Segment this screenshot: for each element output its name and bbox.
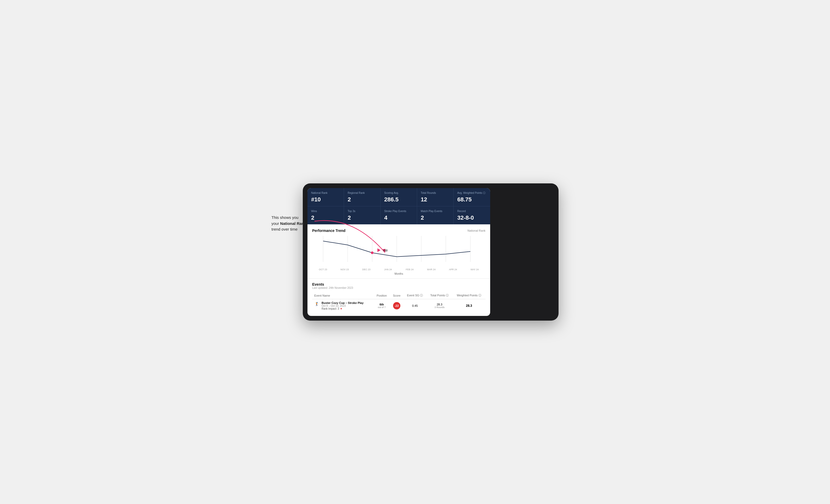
event-name-cell: 🏌 Buster Cozy Cup – Stroke Play Oct 9 – … xyxy=(312,299,374,312)
perf-title: Performance Trend xyxy=(312,229,346,233)
total-points-cell: 28.3 3 Rounds xyxy=(426,299,453,312)
x-label-5: MAR 24 xyxy=(420,268,442,271)
x-label-4: FEB 24 xyxy=(399,268,420,271)
rank-impact-arrow: ▼ xyxy=(340,307,343,310)
rank-impact: Rank Impact: 3 ▼ xyxy=(322,307,363,310)
col-event-name: Event Name xyxy=(312,292,374,299)
chart-x-labels: OCT 23 NOV 23 DEC 23 JAN 24 FEB 24 MAR 2… xyxy=(312,267,485,271)
svg-marker-9 xyxy=(377,248,381,252)
weighted-points-cell: 28.3 xyxy=(453,299,485,312)
events-title: Events xyxy=(312,282,485,287)
x-axis-title: Months xyxy=(312,272,485,275)
col-position: Position xyxy=(374,292,390,299)
stat-record: Record 32-8-0 xyxy=(454,206,490,224)
event-date: Oct 9 – Oct 10, 2023 xyxy=(322,304,363,307)
x-label-2: DEC 23 xyxy=(355,268,377,271)
score-badge: -22 xyxy=(393,302,401,309)
events-section: Events Last updated: 24th November 2023 … xyxy=(308,279,490,316)
col-event-sg: Event SG ⓘ xyxy=(404,292,427,299)
position-main: 6th xyxy=(376,303,388,306)
tablet-device: National Rank #10 Regional Rank 2 Scorin… xyxy=(303,183,558,321)
x-label-3: JAN 24 xyxy=(377,268,399,271)
stat-stroke-play: Stroke Play Events 4 xyxy=(381,206,417,224)
event-icon: 🏌 xyxy=(314,301,319,306)
perf-subtitle: National Rank xyxy=(468,229,485,232)
stat-avg-weighted: Avg. Weighted Points ⓘ 68.75 xyxy=(454,188,490,206)
table-row: 🏌 Buster Cozy Cup – Stroke Play Oct 9 – … xyxy=(312,299,485,312)
event-sg-cell: 0.45 xyxy=(404,299,427,312)
events-table-head: Event Name Position Score Event SG ⓘ xyxy=(312,292,485,299)
svg-point-8 xyxy=(371,251,374,254)
stat-match-play: Match Play Events 2 xyxy=(417,206,454,224)
x-label-1: NOV 23 xyxy=(334,268,355,271)
stat-top3s: Top 3s 2 xyxy=(344,206,381,224)
stats-row-2: Wins 2 Top 3s 2 Stroke Play Events 4 Mat… xyxy=(308,206,490,224)
total-points-sub: 3 Rounds xyxy=(428,306,450,309)
annotation-text: This shows you your National Rank trend … xyxy=(272,215,306,232)
tablet-screen: National Rank #10 Regional Rank 2 Scorin… xyxy=(308,188,490,316)
stat-regional-rank: Regional Rank 2 xyxy=(344,188,381,206)
stat-total-rounds: Total Rounds 12 xyxy=(417,188,454,206)
svg-text:#10: #10 xyxy=(383,249,388,252)
performance-section: Performance Trend National Rank xyxy=(308,224,490,279)
col-weighted-points: Weighted Points ⓘ xyxy=(453,292,485,299)
x-label-6: APR 24 xyxy=(442,268,464,271)
x-label-0: OCT 23 xyxy=(312,268,334,271)
chart-area: #10 xyxy=(312,236,485,267)
stat-scoring-avg: Scoring Avg. 286.5 xyxy=(381,188,417,206)
perf-header: Performance Trend National Rank xyxy=(312,229,485,233)
stat-national-rank: National Rank #10 xyxy=(308,188,344,206)
col-score: Score xyxy=(390,292,403,299)
events-table-body: 🏌 Buster Cozy Cup – Stroke Play Oct 9 – … xyxy=(312,299,485,312)
events-table: Event Name Position Score Event SG ⓘ xyxy=(312,292,485,312)
stats-row-1: National Rank #10 Regional Rank 2 Scorin… xyxy=(308,188,490,206)
col-total-points: Total Points ⓘ xyxy=(426,292,453,299)
chart-svg: #10 xyxy=(312,236,485,267)
event-name: Buster Cozy Cup – Stroke Play xyxy=(322,301,363,304)
outer-wrapper: This shows you your National Rank trend … xyxy=(272,183,558,321)
events-last-updated: Last updated: 24th November 2023 xyxy=(312,287,485,289)
stat-wins: Wins 2 xyxy=(308,206,344,224)
position-cell: 6th out of 7 xyxy=(374,299,390,312)
x-label-7: MAY 24 xyxy=(464,268,485,271)
position-sub: out of 7 xyxy=(376,306,388,309)
score-cell: -22 xyxy=(390,299,403,312)
